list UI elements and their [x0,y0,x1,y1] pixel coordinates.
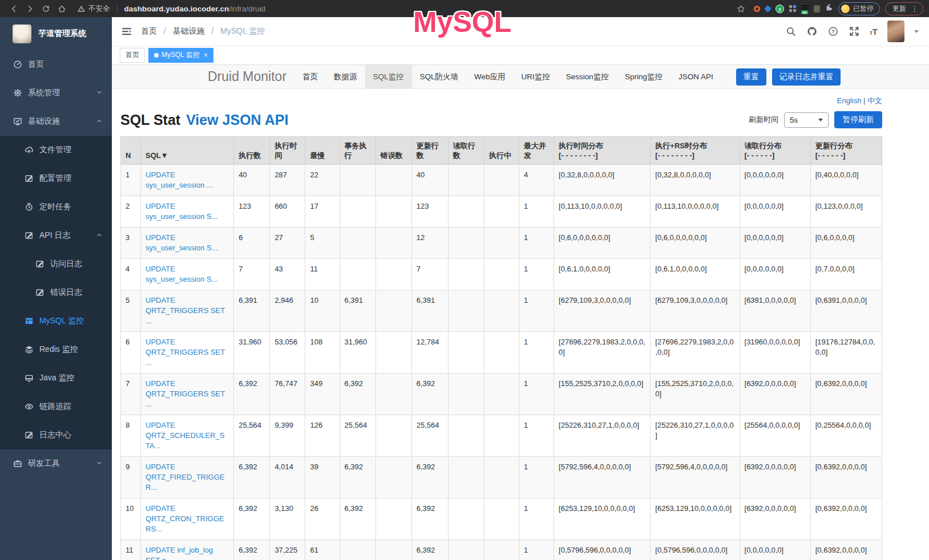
sql-link[interactable]: UPDATE QRTZ_SCHEDULER_STA... [141,415,234,457]
browser-update-button[interactable]: 更新 ⋮ [885,2,923,15]
sidebar-item-config-mgmt[interactable]: 配置管理 [0,164,112,193]
druid-tab-5[interactable]: Web应用 [466,65,514,89]
column-header[interactable]: 更新行分布[- - - - - -] [810,137,882,165]
tag-mysql-monitor[interactable]: MySQL 监控 × [148,48,213,63]
table-cell: 1 [519,290,554,332]
lang-english-link[interactable]: English [837,96,862,105]
profile-paused-chip[interactable]: 已暂停 [838,2,880,15]
table-cell: [6392,0,0,0,0,0] [740,498,810,540]
tags-view-bar: 首页 MySQL 监控 × [112,46,929,65]
sidebar-item-redis-monitor[interactable]: Redis 监控 [0,335,112,364]
sidebar-item-error-logs[interactable]: 错误日志 [0,278,112,307]
forward-icon[interactable] [23,2,36,15]
user-avatar[interactable] [887,21,904,42]
hamburger-icon[interactable] [120,25,133,38]
reload-icon[interactable] [39,2,52,15]
table-cell: 61 [305,540,340,560]
back-icon[interactable] [7,2,20,15]
timer-icon [25,202,34,212]
font-size-icon[interactable]: тT [870,27,878,36]
sql-link[interactable]: UPDATE sys_user_session ... [141,165,234,196]
search-icon[interactable] [785,26,797,37]
column-header[interactable]: 执行时间分布[- - - - - - - -] [554,137,651,165]
breadcrumb: 首页 / 基础设施 / MySQL 监控 [141,26,265,36]
sidebar-item-file-mgmt[interactable]: 文件管理 [0,136,112,164]
sidebar-item-dev-tools[interactable]: 研发工具 [0,449,112,478]
app-logo-row[interactable]: 芋道管理系统 [0,17,112,50]
extension-y-icon[interactable]: y [775,5,784,13]
druid-tab-1[interactable]: 首页 [294,65,326,89]
sql-link[interactable]: UPDATE QRTZ_TRIGGERS SET ... [141,290,234,332]
address-bar[interactable]: dashboard.yudao.iocoder.cn /infra/druid [117,5,266,13]
help-icon[interactable]: ? [827,26,839,37]
sidebar-item-scheduled-jobs[interactable]: 定时任务 [0,193,112,221]
druid-brand[interactable]: Druid Monitor [208,69,286,84]
extensions-puzzle-icon[interactable] [825,3,833,14]
security-warning[interactable]: 不安全 [78,4,110,14]
sql-link[interactable]: UPDATE sys_user_session S... [141,228,234,259]
sidebar-item-log-center[interactable]: 日志中心 [0,421,112,449]
sidebar-item-system-mgmt[interactable]: 系统管理 [0,79,112,107]
table-cell [484,259,519,290]
reset-button[interactable]: 重置 [736,68,766,86]
column-header[interactable]: 最慢 [305,137,340,165]
druid-tab-9[interactable]: JSON API [671,65,721,89]
extension-orange-icon[interactable] [754,6,760,12]
user-menu-caret-icon[interactable] [914,30,919,33]
sql-link[interactable]: UPDATE QRTZ_CRON_TRIGGERS... [141,498,234,540]
page-title: SQL Stat [120,112,180,128]
druid-tab-6[interactable]: URI监控 [514,65,558,89]
column-header[interactable]: 读取行数 [448,137,484,165]
column-header[interactable]: 执行中 [484,137,519,165]
sidebar-item-java-monitor[interactable]: Java 监控 [0,364,112,392]
table-cell: 31,960 [340,332,375,374]
sql-link[interactable]: UPDATE QRTZ_TRIGGERS SET ... [141,374,234,415]
view-json-api-link[interactable]: View JSON API [186,112,288,128]
druid-tab-8[interactable]: Spring监控 [617,65,671,89]
column-header[interactable]: 更新行数 [411,137,448,165]
sidebar-item-api-logs[interactable]: API 日志 [0,221,112,250]
browser-menu-icon[interactable]: ⋮ [911,5,918,13]
extension-gem-icon[interactable] [764,5,772,13]
sql-link[interactable]: UPDATE sys_user_session S... [141,259,234,290]
druid-tab-7[interactable]: Session监控 [558,65,617,89]
sql-link[interactable]: UPDATE inf_job_log SET e... [141,540,234,560]
sql-link[interactable]: UPDATE QRTZ_FIRED_TRIGGER... [141,457,234,498]
sidebar-item-mysql-monitor[interactable]: MySQL 监控 [0,307,112,335]
column-header[interactable]: 执行时间 [270,137,305,165]
table-cell [375,259,411,290]
sidebar-item-home[interactable]: 首页 [0,50,112,79]
column-header[interactable]: 执行数 [234,137,270,165]
breadcrumb-infra[interactable]: 基础设施 [173,26,205,35]
extension-grid-icon[interactable] [789,5,796,12]
tag-home[interactable]: 首页 [120,48,145,63]
extension-list-icon[interactable]: on [801,5,809,12]
bookmark-star-icon[interactable] [734,2,747,15]
sql-link[interactable]: UPDATE QRTZ_TRIGGERS SET ... [141,332,234,374]
column-header[interactable]: SQL▼ [141,137,234,165]
reset-and-log-button[interactable]: 记录日志并重置 [772,68,841,86]
column-header[interactable]: 最大并发 [519,137,554,165]
close-icon[interactable]: × [204,51,208,59]
lang-chinese-link[interactable]: 中文 [867,96,882,105]
github-icon[interactable] [806,26,818,37]
pause-refresh-button[interactable]: 暂停刷新 [834,111,882,128]
extension-camera-icon[interactable] [814,5,820,13]
column-header[interactable]: N [121,137,141,165]
refresh-interval-select[interactable]: 5s [784,112,829,128]
table-cell: [0,0,0,0,0,0] [740,196,810,228]
column-header[interactable]: 事务执行 [340,137,375,165]
column-header[interactable]: 读取行分布[- - - - - -] [740,137,810,165]
druid-tab-2[interactable]: 数据源 [326,65,365,89]
column-header[interactable]: 执行+RS时分布[- - - - - - - -] [651,137,740,165]
sidebar-item-trace[interactable]: 链路追踪 [0,392,112,421]
druid-tab-3[interactable]: SQL监控 [365,65,412,89]
sidebar-item-infrastructure[interactable]: 基础设施 [0,107,112,136]
sidebar-item-access-logs[interactable]: 访问日志 [0,250,112,278]
home-icon[interactable] [55,2,68,15]
breadcrumb-home[interactable]: 首页 [141,26,157,35]
fullscreen-icon[interactable] [849,26,860,37]
druid-tab-4[interactable]: SQL防火墙 [412,65,467,89]
sql-link[interactable]: UPDATE sys_user_session S... [141,196,234,228]
column-header[interactable]: 错误数 [375,137,411,165]
